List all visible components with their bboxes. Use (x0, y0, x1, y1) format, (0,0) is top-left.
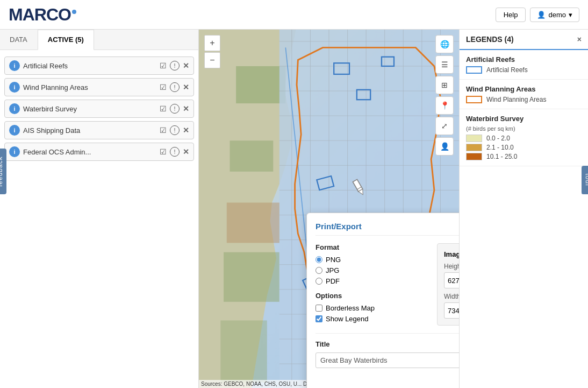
exclaim-icon-federal-ocs[interactable]: ! (170, 147, 180, 157)
layer-name-artificial-reefs: Artificial Reefs (23, 62, 156, 70)
pin-icon: 📍 (440, 101, 449, 110)
format-label: Format (315, 243, 426, 251)
help-button[interactable]: Help (496, 8, 526, 22)
format-jpg-row[interactable]: JPG (315, 266, 426, 274)
borderless-map-label: Borderless Map (326, 304, 375, 312)
show-legend-row[interactable]: Show Legend (315, 315, 426, 323)
image-size-title: Image Size (444, 250, 459, 258)
user-icon: 👤 (440, 142, 449, 151)
list-icon: ☰ (441, 60, 448, 69)
width-input[interactable] (444, 305, 459, 317)
layers-list-button[interactable]: ☰ (435, 55, 454, 74)
format-pdf-row[interactable]: PDF (315, 277, 426, 285)
svg-rect-40 (227, 202, 279, 243)
close-icon-artificial-reefs[interactable]: ✕ (183, 61, 189, 70)
layer-name-wind-planning: Wind Planning Areas (23, 83, 156, 91)
map-area[interactable]: + − 🌐 ☰ ⊞ 📍 ⤢ 👤 Sourc (199, 30, 459, 388)
format-jpg-label: JPG (326, 266, 339, 274)
expand-button[interactable]: ⤢ (435, 117, 454, 135)
legends-panel: LEGENDS (4) × Artificial Reefs Artificia… (459, 30, 588, 388)
user-icon: 👤 (537, 11, 546, 19)
legend-reef-swatch (466, 66, 482, 74)
logo: MARCO (9, 5, 76, 25)
layer-item-waterbird-survey: i Waterbird Survey ☑ ! ✕ (4, 100, 194, 118)
image-size-box: Image Size Height (pixels) ▲ ▼ Width (pi… (437, 243, 459, 326)
info-icon-artificial-reefs[interactable]: i (9, 60, 20, 71)
header-right: Help 👤 demo ▾ (496, 8, 579, 22)
info-icon-waterbird-survey[interactable]: i (9, 103, 20, 114)
close-icon-waterbird-survey[interactable]: ✕ (183, 104, 189, 113)
legend-reef-label: Artificial Reefs (486, 66, 528, 74)
format-png-radio[interactable] (315, 256, 322, 263)
svg-rect-2 (224, 252, 279, 302)
title-section: Title (315, 333, 459, 368)
check-icon-waterbird-survey[interactable]: ☑ (160, 104, 167, 113)
layer-item-ais-shipping: i AIS Shipping Data ☑ ! ✕ (4, 121, 194, 139)
check-icon-federal-ocs[interactable]: ☑ (160, 147, 167, 156)
layer-name-ais-shipping: AIS Shipping Data (23, 126, 156, 135)
exclaim-icon-ais-shipping[interactable]: ! (170, 125, 180, 135)
map-zoom-controls: + − (204, 35, 220, 68)
tabs: DATA ACTIVE (5) (0, 30, 198, 50)
exclaim-icon-artificial-reefs[interactable]: ! (170, 61, 180, 70)
legend-wind-swatch (466, 96, 482, 103)
dialog-title: Print/Export (315, 222, 459, 236)
demo-button[interactable]: 👤 demo ▾ (530, 8, 579, 22)
legends-close-button[interactable]: × (577, 35, 582, 44)
format-jpg-radio[interactable] (315, 267, 322, 274)
close-icon-wind-planning[interactable]: ✕ (183, 83, 189, 91)
layer-name-waterbird-survey: Waterbird Survey (23, 105, 156, 113)
check-icon-wind-planning[interactable]: ☑ (160, 83, 167, 91)
info-icon-federal-ocs[interactable]: i (9, 146, 20, 157)
legend-waterbird-item-2: 2.1 - 10.0 (466, 144, 582, 151)
exclaim-icon-waterbird-survey[interactable]: ! (170, 104, 180, 114)
tour-tab[interactable]: tour (582, 166, 588, 194)
options-label: Options (315, 292, 426, 300)
close-icon-ais-shipping[interactable]: ✕ (183, 126, 189, 135)
user-layers-button[interactable]: 👤 (435, 137, 454, 156)
legend-wind-label: Wind Planning Areas (486, 96, 546, 103)
height-label: Height (pixels) (444, 263, 459, 270)
svg-rect-0 (236, 66, 285, 103)
width-input-wrap: ▲ ▼ (444, 302, 459, 319)
format-pdf-label: PDF (326, 277, 340, 285)
exclaim-icon-wind-planning[interactable]: ! (170, 82, 180, 92)
zoom-in-button[interactable]: + (204, 35, 220, 51)
legend-waterbird-swatch-3 (466, 153, 482, 160)
format-png-label: PNG (326, 256, 341, 264)
info-icon-wind-planning[interactable]: i (9, 82, 20, 93)
left-panel: DATA ACTIVE (5) i Artificial Reefs ☑ ! ✕… (0, 30, 199, 388)
chevron-down-icon: ▾ (569, 11, 572, 19)
close-icon-federal-ocs[interactable]: ✕ (183, 147, 189, 156)
check-icon-ais-shipping[interactable]: ☑ (160, 126, 167, 135)
grid-layers-button[interactable]: ⊞ (435, 76, 454, 94)
feedback-tab[interactable]: feedback (0, 149, 6, 194)
show-legend-checkbox[interactable] (315, 315, 322, 322)
borderless-map-row[interactable]: Borderless Map (315, 304, 426, 312)
pin-button[interactable]: 📍 (435, 96, 454, 115)
header: MARCO Help 👤 demo ▾ (0, 0, 588, 30)
borderless-map-checkbox[interactable] (315, 305, 322, 312)
legend-waterbird-label-2: 2.1 - 10.0 (486, 144, 514, 151)
main-layout: DATA ACTIVE (5) i Artificial Reefs ☑ ! ✕… (0, 30, 588, 388)
svg-rect-3 (220, 320, 267, 382)
legend-waterbird-subtitle: (# birds per sq km) (466, 125, 582, 132)
legend-artificial-reefs: Artificial Reefs Artificial Reefs (460, 50, 588, 80)
globe-button[interactable]: 🌐 (435, 35, 454, 53)
layer-item-artificial-reefs: i Artificial Reefs ☑ ! ✕ (4, 57, 194, 75)
tab-data[interactable]: DATA (0, 30, 38, 50)
height-input[interactable] (444, 274, 459, 287)
info-icon-ais-shipping[interactable]: i (9, 125, 20, 136)
title-input[interactable] (315, 352, 459, 368)
show-legend-label: Show Legend (326, 315, 369, 323)
tab-active[interactable]: ACTIVE (5) (38, 30, 94, 50)
format-pdf-radio[interactable] (315, 278, 322, 285)
format-png-row[interactable]: PNG (315, 256, 426, 264)
check-icon-artificial-reefs[interactable]: ☑ (160, 61, 167, 70)
zoom-out-button[interactable]: − (204, 52, 220, 68)
legend-wind-item: Wind Planning Areas (466, 96, 582, 103)
expand-icon: ⤢ (441, 122, 448, 130)
map-right-controls: 🌐 ☰ ⊞ 📍 ⤢ 👤 (435, 35, 454, 156)
legend-waterbird-title: Waterbird Survey (466, 115, 582, 123)
legends-header: LEGENDS (4) × (460, 30, 588, 50)
